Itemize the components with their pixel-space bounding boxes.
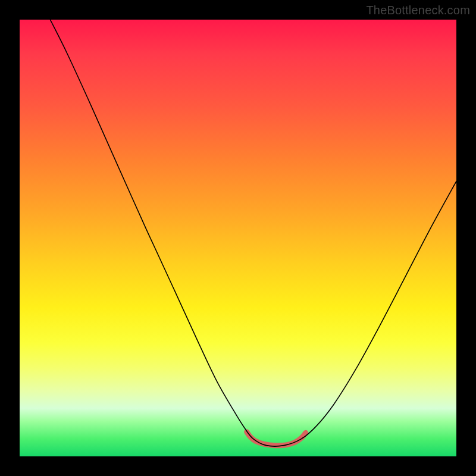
chart-svg bbox=[20, 20, 456, 456]
watermark-label: TheBottleneck.com bbox=[366, 4, 470, 17]
plot-area bbox=[20, 20, 456, 456]
red-flat-segment bbox=[247, 432, 306, 446]
black-curve bbox=[50, 20, 456, 446]
